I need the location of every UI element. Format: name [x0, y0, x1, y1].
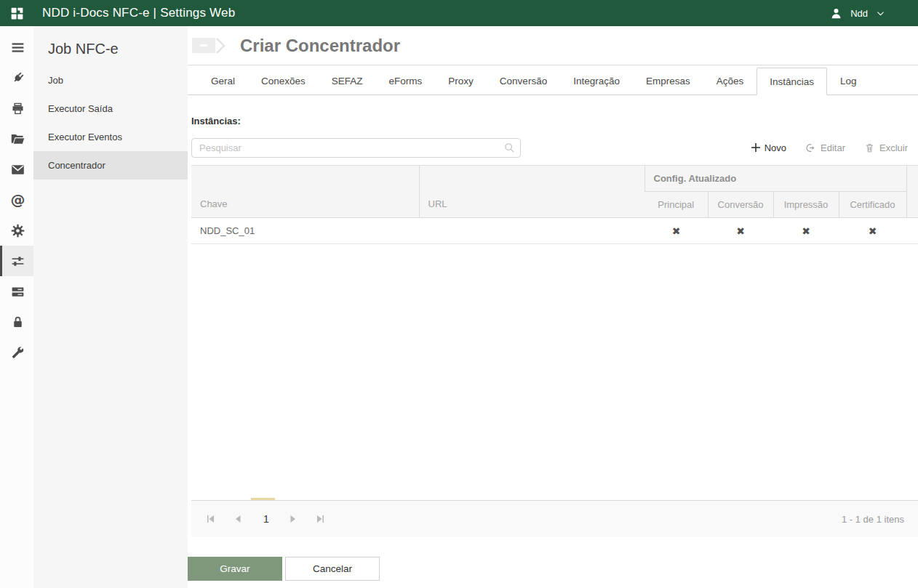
- excluir-button[interactable]: Excluir: [864, 142, 908, 153]
- column-header-conversao[interactable]: Conversão: [708, 192, 773, 218]
- status-x-principal: ✖: [644, 218, 708, 244]
- grid-toolbar: Novo Editar Excluir: [191, 137, 918, 158]
- tab-eforms[interactable]: eForms: [376, 68, 436, 94]
- pager-first-button[interactable]: [202, 511, 218, 527]
- cell-chave: NDD_SC_01: [191, 218, 419, 244]
- user-icon: [829, 7, 843, 20]
- cell-url: [419, 218, 644, 244]
- sliders-icon: [10, 254, 25, 269]
- novo-button[interactable]: Novo: [751, 142, 786, 153]
- search-input[interactable]: [191, 138, 521, 158]
- page-title-row: Criar Concentrador: [188, 26, 918, 65]
- folder-open-icon: [10, 132, 25, 147]
- tab-acoes[interactable]: Ações: [703, 68, 757, 94]
- gravar-button[interactable]: Gravar: [188, 557, 282, 581]
- sidebar-item-executor-eventos[interactable]: Executor Eventos: [33, 123, 188, 151]
- column-header-url[interactable]: URL: [419, 166, 644, 218]
- edit-icon: [805, 142, 816, 153]
- at-icon: @: [11, 191, 25, 209]
- rail-item-printer[interactable]: [0, 93, 33, 124]
- icon-rail: @: [0, 26, 33, 588]
- column-header-filler: [906, 166, 918, 218]
- plus-icon: [751, 143, 760, 152]
- sidebar-item-concentrador[interactable]: Concentrador: [33, 151, 188, 180]
- app-header: NDD i-Docs NFC-e | Settings Web Ndd: [0, 0, 918, 26]
- scrollbar-thumb[interactable]: [251, 498, 275, 500]
- column-header-impressao[interactable]: Impressão: [773, 192, 839, 218]
- column-group-config-atualizado: Config. Atualizado: [644, 166, 906, 192]
- user-name: Ndd: [850, 8, 868, 19]
- tab-empresas[interactable]: Empresas: [633, 68, 703, 94]
- breadcrumb-chevron-icon: [215, 36, 227, 55]
- pager-last-icon: [316, 514, 326, 524]
- tab-conexoes[interactable]: Conexões: [248, 68, 319, 94]
- server-icon: [10, 284, 25, 299]
- tab-conversao[interactable]: Conversão: [487, 68, 560, 94]
- rail-item-menu[interactable]: [0, 32, 33, 63]
- pager-next-icon: [288, 514, 298, 524]
- pager: 1 1 - 1 de 1 itens: [191, 500, 918, 537]
- cancelar-button[interactable]: Cancelar: [285, 557, 380, 581]
- tab-instancias[interactable]: Instâncias: [757, 68, 827, 95]
- tabstrip: Geral Conexões SEFAZ eForms Proxy Conver…: [188, 65, 918, 95]
- app-grid-icon: [9, 6, 25, 21]
- tab-proxy[interactable]: Proxy: [435, 68, 487, 94]
- column-header-certificado[interactable]: Certificado: [839, 192, 906, 218]
- rail-item-gear[interactable]: [0, 215, 33, 246]
- editar-button[interactable]: Editar: [805, 142, 845, 153]
- tab-sefaz[interactable]: SEFAZ: [319, 68, 376, 94]
- rail-item-at[interactable]: @: [0, 185, 33, 215]
- column-header-principal[interactable]: Principal: [644, 192, 708, 218]
- sidebar-item-executor-saida[interactable]: Executor Saída: [33, 94, 188, 123]
- pager-prev-icon: [233, 514, 243, 524]
- form-footer: Gravar Cancelar: [188, 557, 918, 581]
- column-header-chave[interactable]: Chave: [191, 166, 419, 218]
- app-logo[interactable]: [0, 6, 33, 21]
- rail-item-lock[interactable]: [0, 307, 33, 337]
- rail-item-sliders[interactable]: [0, 246, 33, 276]
- pager-last-button[interactable]: [313, 511, 329, 527]
- wrench-icon: [10, 345, 25, 361]
- status-x-impressao: ✖: [773, 218, 839, 244]
- breadcrumb-icon: [192, 36, 227, 55]
- sidebar-title: Job NFC-e: [33, 26, 188, 66]
- pager-first-icon: [205, 514, 215, 524]
- app-title: NDD i-Docs NFC-e | Settings Web: [42, 6, 235, 20]
- rail-item-mail[interactable]: [0, 154, 33, 185]
- printer-icon: [10, 101, 25, 116]
- sidebar: Job NFC-e Job Executor Saída Executor Ev…: [33, 26, 188, 588]
- section-label: Instâncias:: [191, 116, 918, 126]
- instances-grid: Chave URL Config. Atualizado Principal C…: [191, 165, 918, 537]
- lock-icon: [10, 315, 25, 330]
- tab-geral[interactable]: Geral: [198, 68, 248, 94]
- rail-item-wrench[interactable]: [0, 337, 33, 368]
- pager-prev-button[interactable]: [230, 511, 246, 527]
- rail-item-folder[interactable]: [0, 124, 33, 154]
- table-row[interactable]: NDD_SC_01 ✖ ✖ ✖ ✖: [191, 218, 918, 244]
- pager-info: 1 - 1 de 1 itens: [842, 514, 904, 525]
- tab-integracao[interactable]: Integração: [560, 68, 633, 94]
- page-title: Criar Concentrador: [240, 36, 400, 56]
- pager-next-button[interactable]: [285, 511, 301, 527]
- trash-icon: [864, 142, 875, 153]
- tab-log[interactable]: Log: [827, 68, 870, 94]
- sidebar-item-job[interactable]: Job: [33, 66, 188, 94]
- gear-icon: [10, 223, 25, 238]
- rail-item-plug[interactable]: [0, 63, 33, 93]
- rail-item-server[interactable]: [0, 276, 33, 307]
- mail-icon: [10, 162, 25, 177]
- status-x-conversao: ✖: [708, 218, 773, 244]
- chevron-down-icon: [875, 8, 886, 19]
- pager-current-page[interactable]: 1: [258, 513, 275, 525]
- search-icon[interactable]: [503, 142, 516, 154]
- status-x-certificado: ✖: [839, 218, 906, 244]
- user-menu[interactable]: Ndd: [829, 7, 918, 20]
- plug-icon: [10, 71, 25, 86]
- menu-icon: [10, 40, 25, 55]
